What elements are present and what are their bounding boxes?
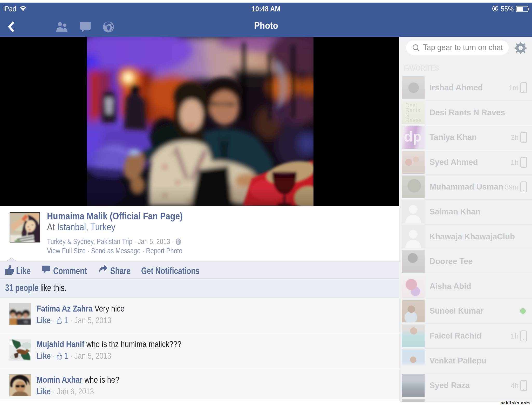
svg-text:YO: YO xyxy=(24,321,28,323)
